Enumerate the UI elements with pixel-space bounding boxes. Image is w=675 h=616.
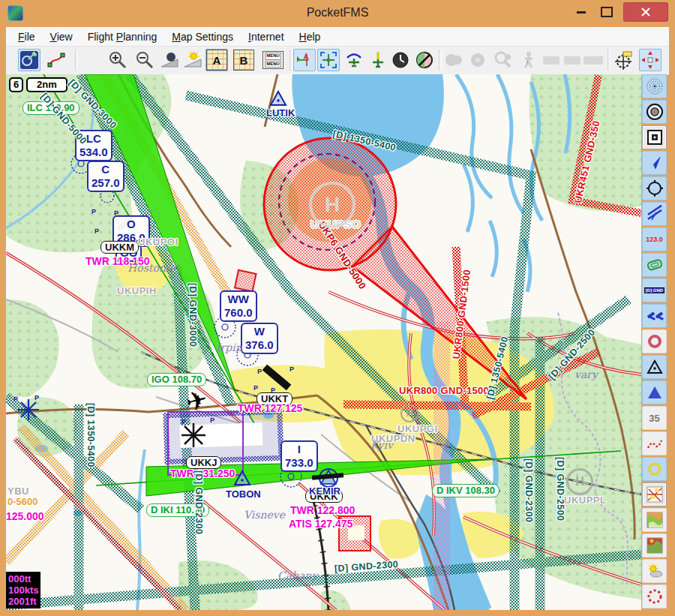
- map-a-button[interactable]: A: [206, 49, 228, 71]
- terrain-map-icon: [646, 511, 664, 529]
- airspace-labels-layer-button[interactable]: [D] GND: [642, 278, 667, 302]
- vertical-profile-button[interactable]: [367, 49, 389, 71]
- vertical-profile-icon: [368, 50, 388, 70]
- flight-data-box: 000tt 100kts 2001ft: [6, 572, 40, 608]
- ndb-layer-button[interactable]: [642, 125, 667, 149]
- map-menu-button[interactable]: MENUMENU: [260, 49, 286, 71]
- parking-icon: P: [14, 395, 18, 403]
- place-name: Cabany: [278, 569, 317, 581]
- place-name: Visneve: [244, 509, 285, 521]
- center-aircraft-button[interactable]: [317, 49, 340, 71]
- route-button[interactable]: [45, 49, 68, 71]
- close-button[interactable]: [624, 3, 668, 21]
- zoom-in-button[interactable]: [106, 49, 129, 71]
- approach-arc-icon: [344, 50, 364, 70]
- blue-triangle-icon: [646, 383, 664, 401]
- frequencies-layer-button[interactable]: 123.0: [642, 227, 667, 251]
- menu-flight-planning[interactable]: Flight Planning: [80, 29, 165, 44]
- target-icon: [614, 50, 633, 70]
- scale-box[interactable]: 2nm: [26, 77, 68, 92]
- reporting-points-layer-button[interactable]: [642, 355, 667, 379]
- atis-frequency: ATIS 127.475: [289, 518, 352, 530]
- airways-layer-button[interactable]: [642, 202, 667, 226]
- menu-help[interactable]: Help: [292, 29, 328, 44]
- disabled-bar-2: [561, 49, 584, 71]
- title-bar: PocketFMS: [0, 0, 675, 27]
- toolbar-separator: [290, 50, 292, 70]
- pan-button[interactable]: [639, 49, 662, 71]
- disabled-tool-1: [442, 49, 465, 71]
- yellow-ring-icon: [646, 460, 664, 478]
- day-mode-button[interactable]: [182, 49, 204, 71]
- waypoints-layer-button[interactable]: [642, 380, 667, 404]
- toolbar: A B MENUMENU: [6, 47, 669, 75]
- airspace-label: [D] GND-2500: [555, 457, 566, 521]
- heading-pointer-layer-button[interactable]: [642, 151, 667, 175]
- approach-view-button[interactable]: [343, 49, 365, 71]
- disabled-tool-2: [466, 49, 489, 71]
- disabled-bar-3: [582, 49, 604, 71]
- zoom-in-icon: [108, 50, 128, 70]
- maximize-button[interactable]: [596, 3, 618, 21]
- toolbar-separator: [608, 50, 610, 70]
- menu-internet[interactable]: Internet: [241, 29, 291, 44]
- zoom-out-button[interactable]: [134, 49, 156, 71]
- terrain-map2-layer-button[interactable]: [642, 533, 667, 557]
- heliport-label: UKUPOI: [138, 236, 178, 248]
- app-window: PocketFMS File View Flight Planning Map …: [0, 0, 675, 616]
- waypoint-label: TOBON: [226, 488, 261, 500]
- pan-arrows-icon: [640, 50, 660, 70]
- tower-frequency: TWR 122.800: [290, 504, 355, 516]
- runway-numbers-layer-button[interactable]: 35: [642, 406, 667, 430]
- terrain-map-layer-button[interactable]: [642, 508, 667, 532]
- hsi-button[interactable]: [413, 49, 436, 71]
- menu-map-settings[interactable]: Map Settings: [164, 29, 241, 44]
- red-ring-icon: [646, 332, 664, 350]
- sun-cloud-icon: [646, 562, 664, 580]
- center-crosshair-icon: [319, 50, 338, 70]
- parking-icon: P: [290, 365, 294, 373]
- map-canvas[interactable]: 6 2nm ILC 110.90 IGO 108.70 D IKI 110.70…: [6, 74, 641, 610]
- night-mode-button[interactable]: [158, 49, 181, 71]
- altitude-readout: 2001ft: [8, 596, 38, 607]
- close-icon: [641, 8, 650, 17]
- minimize-button[interactable]: [570, 3, 592, 21]
- track-readout: 000tt: [8, 573, 38, 584]
- helipad-icon: H: [566, 468, 593, 495]
- menu-file[interactable]: File: [10, 29, 43, 44]
- airspace-outline-layer-button[interactable]: [642, 253, 667, 277]
- menu-view[interactable]: View: [43, 29, 80, 44]
- parking-icon: P: [34, 394, 39, 401]
- helipad-icon: H: [309, 182, 356, 228]
- locate-button[interactable]: [612, 49, 634, 71]
- circle-ticks-layer-button[interactable]: [642, 176, 667, 200]
- compass-rose-layer-button[interactable]: [642, 100, 667, 124]
- dots-rose-layer-button[interactable]: [642, 74, 667, 98]
- parking-icon: P: [182, 418, 186, 425]
- map-b-button[interactable]: B: [232, 49, 255, 71]
- track-up-button[interactable]: [293, 49, 316, 71]
- red-ring-layer-button[interactable]: [642, 329, 667, 353]
- gps-button[interactable]: [18, 49, 40, 71]
- tma-altitude-label: 0-5600: [8, 496, 38, 507]
- tower-frequency: TWR 127.125: [238, 402, 302, 414]
- circle-ticks-icon: [646, 179, 664, 197]
- navaid-box: W376.0: [241, 323, 278, 354]
- zoom-level-box[interactable]: 6: [9, 77, 23, 92]
- yellow-ring-layer-button[interactable]: [642, 457, 667, 481]
- track-history-layer-button[interactable]: [642, 431, 667, 455]
- airports-layer-button[interactable]: [642, 304, 667, 328]
- place-name: vary: [574, 368, 598, 380]
- disabled-tool-3: [492, 49, 514, 71]
- minimize-icon: [577, 11, 586, 14]
- map-annotations-layer-button[interactable]: [642, 482, 667, 506]
- weather-layer-button[interactable]: [642, 559, 667, 583]
- toolbar-separator: [439, 50, 442, 70]
- dotted-rose-icon: [646, 77, 664, 95]
- speed-readout: 100kts: [8, 584, 38, 596]
- triangle-dot-icon: [646, 358, 664, 376]
- airspace-label: [D] GND-2300: [194, 470, 204, 534]
- map-layers-sidebar: 123.0 [D] GND 35: [641, 74, 669, 610]
- obstacles-layer-button[interactable]: [642, 584, 667, 608]
- clock-button[interactable]: [389, 49, 412, 71]
